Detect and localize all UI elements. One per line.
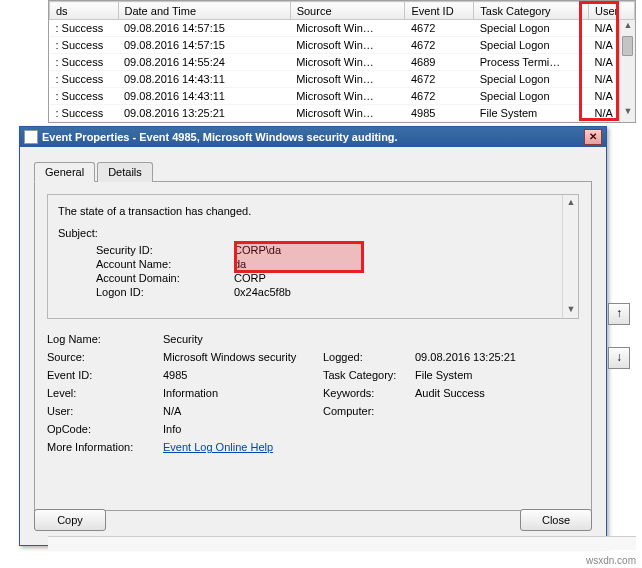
cell-eid: 4672	[405, 37, 474, 54]
user-value: N/A	[163, 405, 323, 417]
cell-dt: 09.08.2016 14:57:15	[118, 37, 290, 54]
cell-dt: 09.08.2016 14:55:24	[118, 54, 290, 71]
cell-dt: 09.08.2016 14:57:15	[118, 20, 290, 37]
keywords-value: Audit Success	[415, 387, 579, 399]
scroll-down-icon[interactable]: ▼	[563, 302, 579, 318]
table-row[interactable]: : Success09.08.2016 14:55:24Microsoft Wi…	[50, 54, 635, 71]
cell-dt: 09.08.2016 14:43:11	[118, 88, 290, 105]
col-user[interactable]: User	[589, 2, 635, 20]
col-source[interactable]: Source	[290, 2, 405, 20]
cell-cat: Special Logon	[474, 71, 589, 88]
cell-eid: 4672	[405, 88, 474, 105]
event-properties-grid: Log Name: Security Source: Microsoft Win…	[47, 333, 579, 453]
cell-src: Microsoft Win…	[290, 71, 405, 88]
table-row[interactable]: : Success09.08.2016 14:57:15Microsoft Wi…	[50, 20, 635, 37]
table-scrollbar[interactable]: ▲ ▼	[619, 20, 635, 122]
computer-label: Computer:	[323, 405, 415, 417]
col-eventid[interactable]: Event ID	[405, 2, 474, 20]
event-message-frame: The state of a transaction has changed. …	[47, 194, 579, 319]
table-row[interactable]: : Success09.08.2016 14:43:11Microsoft Wi…	[50, 71, 635, 88]
source-value: Microsoft Windows security	[163, 351, 323, 363]
col-keywords[interactable]: ds	[50, 2, 119, 20]
computer-value	[415, 405, 579, 417]
cell-kw: : Success	[50, 54, 119, 71]
prev-event-button[interactable]: ↑	[608, 303, 630, 325]
cell-cat: Special Logon	[474, 20, 589, 37]
subject-heading: Subject:	[58, 227, 572, 239]
highlight-subject-values	[234, 241, 364, 273]
event-message: The state of a transaction has changed.	[58, 205, 572, 217]
taskcategory-label: Task Category:	[323, 369, 415, 381]
dialog-titlebar[interactable]: Event Properties - Event 4985, Microsoft…	[20, 127, 606, 147]
cell-kw: : Success	[50, 88, 119, 105]
event-properties-dialog: Event Properties - Event 4985, Microsoft…	[19, 126, 607, 546]
eventid-value: 4985	[163, 369, 323, 381]
logged-label: Logged:	[323, 351, 415, 363]
source-label: Source:	[47, 351, 163, 363]
level-value: Information	[163, 387, 323, 399]
cell-kw: : Success	[50, 20, 119, 37]
security-id-label: Security ID:	[96, 243, 234, 257]
cell-src: Microsoft Win…	[290, 37, 405, 54]
level-label: Level:	[47, 387, 163, 399]
opcode-label: OpCode:	[47, 423, 163, 435]
scroll-down-icon[interactable]: ▼	[620, 106, 636, 122]
tab-general[interactable]: General	[34, 162, 95, 182]
moreinfo-label: More Information:	[47, 441, 163, 453]
cell-cat: Special Logon	[474, 37, 589, 54]
cell-src: Microsoft Win…	[290, 20, 405, 37]
message-scrollbar[interactable]: ▲ ▼	[562, 195, 578, 318]
table-row[interactable]: : Success09.08.2016 14:43:11Microsoft Wi…	[50, 88, 635, 105]
user-label: User:	[47, 405, 163, 417]
logname-value: Security	[163, 333, 323, 345]
cell-dt: 09.08.2016 13:25:21	[118, 105, 290, 122]
taskcategory-value: File System	[415, 369, 579, 381]
logname-label: Log Name:	[47, 333, 163, 345]
dialog-title: Event Properties - Event 4985, Microsoft…	[42, 131, 584, 143]
tab-panel-general: The state of a transaction has changed. …	[34, 181, 592, 511]
dialog-icon	[24, 130, 38, 144]
table-header-row: ds Date and Time Source Event ID Task Ca…	[50, 2, 635, 20]
cell-kw: : Success	[50, 71, 119, 88]
logged-value: 09.08.2016 13:25:21	[415, 351, 579, 363]
cell-src: Microsoft Win…	[290, 88, 405, 105]
cell-cat: Special Logon	[474, 88, 589, 105]
event-list: ds Date and Time Source Event ID Task Ca…	[48, 0, 636, 123]
col-datetime[interactable]: Date and Time	[118, 2, 290, 20]
cell-kw: : Success	[50, 37, 119, 54]
account-domain-value: CORP	[234, 271, 266, 285]
cell-eid: 4689	[405, 54, 474, 71]
cell-dt: 09.08.2016 14:43:11	[118, 71, 290, 88]
watermark: wsxdn.com	[586, 555, 636, 566]
close-button[interactable]: Close	[520, 509, 592, 531]
cell-src: Microsoft Win…	[290, 54, 405, 71]
scroll-up-icon[interactable]: ▲	[620, 20, 636, 36]
table-row[interactable]: : Success09.08.2016 13:25:21Microsoft Wi…	[50, 105, 635, 122]
tab-details[interactable]: Details	[97, 162, 153, 182]
scroll-up-icon[interactable]: ▲	[563, 195, 579, 211]
account-domain-label: Account Domain:	[96, 271, 234, 285]
close-icon[interactable]: ✕	[584, 129, 602, 145]
cell-cat: Process Termi…	[474, 54, 589, 71]
footer-strip	[48, 536, 636, 550]
account-name-label: Account Name:	[96, 257, 234, 271]
scroll-thumb[interactable]	[622, 36, 633, 56]
cell-eid: 4672	[405, 71, 474, 88]
col-taskcategory[interactable]: Task Category	[474, 2, 589, 20]
copy-button[interactable]: Copy	[34, 509, 106, 531]
opcode-value: Info	[163, 423, 323, 435]
cell-src: Microsoft Win…	[290, 105, 405, 122]
logon-id-value: 0x24ac5f8b	[234, 285, 291, 299]
table-row[interactable]: : Success09.08.2016 14:57:15Microsoft Wi…	[50, 37, 635, 54]
cell-eid: 4985	[405, 105, 474, 122]
cell-eid: 4672	[405, 20, 474, 37]
cell-cat: File System	[474, 105, 589, 122]
cell-kw: : Success	[50, 105, 119, 122]
event-log-help-link[interactable]: Event Log Online Help	[163, 441, 273, 453]
keywords-label: Keywords:	[323, 387, 415, 399]
logon-id-label: Logon ID:	[96, 285, 234, 299]
next-event-button[interactable]: ↓	[608, 347, 630, 369]
eventid-label: Event ID:	[47, 369, 163, 381]
